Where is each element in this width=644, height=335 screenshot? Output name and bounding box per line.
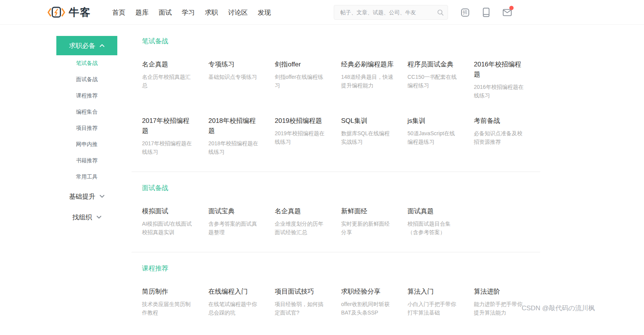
brand-name: 牛客 [69, 5, 91, 19]
card[interactable]: SQL集训数据库SQL在线编程实战练习 [341, 116, 407, 156]
card[interactable]: 求职经验分享offer收割机同时斩获BAT及头条SSP [341, 287, 407, 317]
card-desc: 2019年校招编程题在线练习 [275, 129, 327, 146]
card-desc: 企业维度划分的历年面试经验汇总 [275, 219, 327, 236]
card-desc: CC150一书配套在线编程练习 [407, 73, 460, 90]
cards-grid: 名企真题名企历年校招真题汇总专项练习基础知识点专项练习剑指offer剑指offe… [142, 60, 540, 156]
main-content: 笔试备战名企真题名企历年校招真题汇总专项练习基础知识点专项练习剑指offer剑指… [142, 37, 540, 317]
sidebar-group[interactable]: 找组织 [56, 207, 117, 227]
card-title: 模拟面试 [142, 206, 194, 216]
sidebar-item[interactable]: 网申内推 [56, 136, 117, 153]
card[interactable]: 2016年校招编程题2016年校招编程题在线练习 [474, 60, 540, 100]
notification-dot [509, 6, 514, 10]
card-desc: 2018年校招编程题在线练习 [208, 139, 261, 156]
recruit-badge-button[interactable]: 招 [460, 7, 470, 17]
card[interactable]: 2018年校招编程题2018年校招编程题在线练习 [208, 116, 275, 156]
card-desc: 含参考答案的面试真题整理 [208, 219, 261, 236]
card-title: 专项练习 [208, 60, 261, 70]
mobile-app-button[interactable] [481, 7, 491, 17]
sidebar-item[interactable]: 编程集合 [56, 104, 117, 120]
watermark: CSDN @敲代码の流川枫 [522, 304, 595, 313]
section-divider [132, 172, 540, 172]
card[interactable]: 经典必刷编程题库148道经典题目，快速提升编程能力 [341, 60, 407, 100]
card-desc: 项目经验弱，如何搞定面试官? [275, 300, 327, 317]
card-desc: 实时更新的新鲜面经分享 [341, 219, 394, 236]
mobile-icon [482, 7, 490, 17]
sidebar-item[interactable]: 书籍推荐 [56, 153, 117, 169]
section-title: 笔试备战 [142, 37, 540, 46]
card-desc: 能力进阶手把手带你提升算法能力 [474, 300, 526, 317]
card-title: 面试真题 [407, 206, 460, 216]
recruit-badge-icon: 招 [461, 9, 469, 17]
card-desc: 校招面试题目合集（含参考答案） [407, 219, 460, 236]
sidebar-item[interactable]: 项目推荐 [56, 120, 117, 136]
sidebar-primary-button[interactable]: 求职必备 [56, 36, 117, 55]
card-title: 2016年校招编程题 [474, 60, 526, 80]
card-desc: 基础知识点专项练习 [208, 73, 261, 81]
card[interactable]: 2017年校招编程题2017年校招编程题在线练习 [142, 116, 208, 156]
search-box [334, 5, 448, 20]
nav-item-4[interactable]: 学习 [182, 8, 195, 17]
nav-item-5[interactable]: 求职 [205, 8, 218, 17]
sidebar-groups: 基础提升找组织 [56, 187, 117, 227]
card[interactable]: 在线编程入门在线笔试编程题中你总会踩的坑 [208, 287, 275, 317]
card-desc: offer收割机同时斩获BAT及头条SSP [341, 300, 394, 317]
card[interactable]: 剑指offer剑指offer在线编程练习 [275, 60, 341, 100]
nav-item-2[interactable]: 题库 [135, 8, 149, 17]
card-desc: 2017年校招编程题在线练习 [142, 139, 194, 156]
card[interactable]: 算法入门小白入门手把手带你打牢算法基础 [407, 287, 474, 317]
card[interactable]: 2019校招编程题2019年校招编程题在线练习 [275, 116, 341, 156]
card-title: 程序员面试金典 [407, 60, 460, 70]
sidebar-item[interactable]: 课程推荐 [56, 88, 117, 104]
cards-grid: 简历制作技术类应届生简历制作教程在线编程入门在线笔试编程题中你总会踩的坑项目面试… [142, 287, 540, 317]
card-title: 2017年校招编程题 [142, 116, 194, 136]
sidebar-primary-label: 求职必备 [69, 41, 95, 50]
cards-grid: 模拟面试AI模拟面试/在线面试校招真题实训面试宝典含参考答案的面试真题整理名企真… [142, 206, 540, 236]
card-title: 剑指offer [275, 60, 327, 70]
chevron-up-icon [100, 44, 105, 47]
sidebar-items: 笔试备战面试备战课程推荐编程集合项目推荐网申内推书籍推荐常用工具 [56, 55, 117, 185]
card-title: 2018年校招编程题 [208, 116, 261, 136]
sidebar-item[interactable]: 常用工具 [56, 169, 117, 185]
card-title: 项目面试技巧 [275, 287, 327, 297]
search-button[interactable] [434, 5, 446, 20]
nav-item-1[interactable]: 首页 [112, 8, 125, 17]
nav-item-7[interactable]: 发现 [258, 8, 271, 17]
card-title: 在线编程入门 [208, 287, 261, 297]
card[interactable]: 程序员面试金典CC150一书配套在线编程练习 [407, 60, 474, 100]
card[interactable]: 模拟面试AI模拟面试/在线面试校招真题实训 [142, 206, 208, 236]
main-nav: 首页题库面试学习求职讨论区发现 [112, 0, 271, 25]
card[interactable]: 考前备战必备知识点准备及校招资源推荐 [474, 116, 540, 156]
brand-logo[interactable]: 牛客 [47, 5, 91, 20]
messages-button[interactable] [502, 7, 512, 17]
card[interactable]: 简历制作技术类应届生简历制作教程 [142, 287, 208, 317]
nav-item-6[interactable]: 讨论区 [228, 8, 248, 17]
card-desc: 148道经典题目，快速提升编程能力 [341, 73, 394, 90]
card-title: 名企真题 [275, 206, 327, 216]
card[interactable]: 名企真题名企历年校招真题汇总 [142, 60, 208, 100]
card[interactable]: 项目面试技巧项目经验弱，如何搞定面试官? [275, 287, 341, 317]
card[interactable]: 名企真题企业维度划分的历年面试经验汇总 [275, 206, 341, 236]
card-title: 算法进阶 [474, 287, 526, 297]
card[interactable]: 新鲜面经实时更新的新鲜面经分享 [341, 206, 407, 236]
card-desc: 名企历年校招真题汇总 [142, 73, 194, 90]
card[interactable]: 面试宝典含参考答案的面试真题整理 [208, 206, 275, 236]
sidebar-group[interactable]: 基础提升 [56, 187, 117, 206]
nav-item-3[interactable]: 面试 [159, 8, 172, 17]
sidebar-item[interactable]: 面试备战 [56, 71, 117, 88]
search-input[interactable] [334, 9, 434, 15]
card-title: 简历制作 [142, 287, 194, 297]
section-title: 面试备战 [142, 184, 540, 192]
card[interactable]: 专项练习基础知识点专项练习 [208, 60, 275, 100]
sidebar-item[interactable]: 笔试备战 [56, 55, 117, 71]
card-desc: 在线笔试编程题中你总会踩的坑 [208, 300, 261, 317]
card[interactable]: js集训50道JavaScript在线编程题练习 [407, 116, 474, 156]
card-desc: 必备知识点准备及校招资源推荐 [474, 129, 526, 146]
card-title: 2019校招编程题 [275, 116, 327, 126]
card[interactable]: 面试真题校招面试题目合集（含参考答案） [407, 206, 474, 236]
card-desc: 技术类应届生简历制作教程 [142, 300, 194, 317]
card-title: 算法入门 [407, 287, 460, 297]
card-title: js集训 [407, 116, 460, 126]
header: 牛客 首页题库面试学习求职讨论区发现 招 [0, 0, 644, 25]
card-desc: AI模拟面试/在线面试校招真题实训 [142, 219, 194, 236]
card-title: SQL集训 [341, 116, 394, 126]
